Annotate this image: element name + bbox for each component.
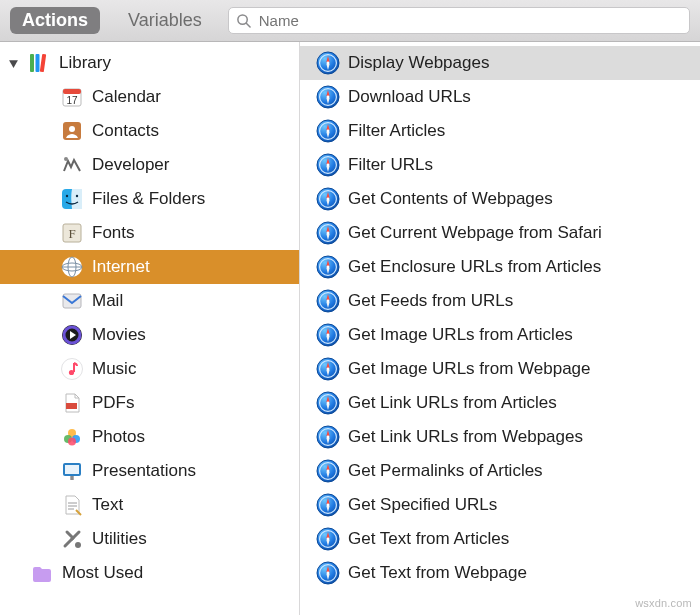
mail-icon <box>60 289 84 313</box>
sidebar-item-files[interactable]: Files & Folders <box>0 182 299 216</box>
safari-compass-icon <box>316 255 340 279</box>
sidebar-item-label: Files & Folders <box>92 189 205 209</box>
sidebar-item-internet[interactable]: Internet <box>0 250 299 284</box>
calendar-icon <box>60 85 84 109</box>
pdfs-icon <box>60 391 84 415</box>
action-item-label: Get Image URLs from Articles <box>348 325 573 345</box>
library-icon <box>27 51 51 75</box>
utilities-icon <box>60 527 84 551</box>
action-item-label: Get Permalinks of Articles <box>348 461 543 481</box>
action-item-label: Get Image URLs from Webpage <box>348 359 591 379</box>
action-item[interactable]: Get Permalinks of Articles <box>300 454 700 488</box>
sidebar-item-utilities[interactable]: Utilities <box>0 522 299 556</box>
sidebar-item-label: Developer <box>92 155 170 175</box>
action-item[interactable]: Get Image URLs from Webpage <box>300 352 700 386</box>
safari-compass-icon <box>316 289 340 313</box>
sidebar-item-label: Fonts <box>92 223 135 243</box>
action-item[interactable]: Get Text from Articles <box>300 522 700 556</box>
sidebar-item-music[interactable]: Music <box>0 352 299 386</box>
action-item[interactable]: Get Image URLs from Articles <box>300 318 700 352</box>
search-icon <box>236 13 251 28</box>
action-item-label: Get Current Webpage from Safari <box>348 223 602 243</box>
sidebar-item-label: Presentations <box>92 461 196 481</box>
action-item-label: Display Webpages <box>348 53 489 73</box>
sidebar-item-calendar[interactable]: Calendar <box>0 80 299 114</box>
safari-compass-icon <box>316 493 340 517</box>
sidebar-most-used-label: Most Used <box>62 563 143 583</box>
safari-compass-icon <box>316 221 340 245</box>
action-item-label: Get Text from Articles <box>348 529 509 549</box>
tab-actions[interactable]: Actions <box>10 7 100 34</box>
search-field[interactable] <box>228 7 690 34</box>
action-item-label: Get Link URLs from Webpages <box>348 427 583 447</box>
action-item[interactable]: Get Specified URLs <box>300 488 700 522</box>
action-item[interactable]: Filter URLs <box>300 148 700 182</box>
fonts-icon <box>60 221 84 245</box>
sidebar-item-movies[interactable]: Movies <box>0 318 299 352</box>
sidebar-item-text[interactable]: Text <box>0 488 299 522</box>
music-icon <box>60 357 84 381</box>
sidebar-most-used[interactable]: Most Used <box>0 556 299 590</box>
action-item[interactable]: Download URLs <box>300 80 700 114</box>
action-item-label: Get Specified URLs <box>348 495 497 515</box>
action-item[interactable]: Get Feeds from URLs <box>300 284 700 318</box>
sidebar: Library Calendar Contacts Developer File… <box>0 42 300 615</box>
sidebar-item-pdfs[interactable]: PDFs <box>0 386 299 420</box>
safari-compass-icon <box>316 527 340 551</box>
action-item-label: Get Link URLs from Articles <box>348 393 557 413</box>
sidebar-item-label: Utilities <box>92 529 147 549</box>
tab-variables[interactable]: Variables <box>116 7 214 34</box>
safari-compass-icon <box>316 357 340 381</box>
search-input[interactable] <box>257 11 682 30</box>
sidebar-item-label: Calendar <box>92 87 161 107</box>
safari-compass-icon <box>316 51 340 75</box>
action-item-label: Get Enclosure URLs from Articles <box>348 257 601 277</box>
action-item[interactable]: Get Link URLs from Webpages <box>300 420 700 454</box>
watermark: wsxdn.com <box>635 597 692 609</box>
sidebar-item-label: Contacts <box>92 121 159 141</box>
sidebar-item-label: Text <box>92 495 123 515</box>
sidebar-item-label: Music <box>92 359 136 379</box>
photos-icon <box>60 425 84 449</box>
toolbar: Actions Variables <box>0 0 700 42</box>
action-item[interactable]: Get Contents of Webpages <box>300 182 700 216</box>
action-item-label: Download URLs <box>348 87 471 107</box>
svg-line-46 <box>246 23 250 27</box>
developer-icon <box>60 153 84 177</box>
action-item[interactable]: Get Enclosure URLs from Articles <box>300 250 700 284</box>
action-item-label: Get Contents of Webpages <box>348 189 553 209</box>
sidebar-item-label: PDFs <box>92 393 135 413</box>
action-item[interactable]: Filter Articles <box>300 114 700 148</box>
sidebar-item-developer[interactable]: Developer <box>0 148 299 182</box>
action-item-label: Get Text from Webpage <box>348 563 527 583</box>
safari-compass-icon <box>316 323 340 347</box>
sidebar-library[interactable]: Library <box>0 46 299 80</box>
safari-compass-icon <box>316 187 340 211</box>
action-item[interactable]: Get Link URLs from Articles <box>300 386 700 420</box>
sidebar-item-label: Photos <box>92 427 145 447</box>
safari-compass-icon <box>316 153 340 177</box>
action-item-label: Filter URLs <box>348 155 433 175</box>
action-item[interactable]: Display Webpages <box>300 46 700 80</box>
presentations-icon <box>60 459 84 483</box>
safari-compass-icon <box>316 391 340 415</box>
disclosure-triangle-icon[interactable] <box>8 58 19 69</box>
sidebar-item-contacts[interactable]: Contacts <box>0 114 299 148</box>
action-item[interactable]: Get Current Webpage from Safari <box>300 216 700 250</box>
sidebar-item-label: Movies <box>92 325 146 345</box>
movies-icon <box>60 323 84 347</box>
action-item-label: Filter Articles <box>348 121 445 141</box>
sidebar-item-mail[interactable]: Mail <box>0 284 299 318</box>
safari-compass-icon <box>316 85 340 109</box>
svg-marker-47 <box>9 60 18 68</box>
sidebar-item-label: Mail <box>92 291 123 311</box>
action-item-label: Get Feeds from URLs <box>348 291 513 311</box>
internet-icon <box>60 255 84 279</box>
safari-compass-icon <box>316 459 340 483</box>
sidebar-item-photos[interactable]: Photos <box>0 420 299 454</box>
sidebar-item-presentations[interactable]: Presentations <box>0 454 299 488</box>
sidebar-item-fonts[interactable]: Fonts <box>0 216 299 250</box>
content-split: Library Calendar Contacts Developer File… <box>0 42 700 615</box>
safari-compass-icon <box>316 119 340 143</box>
action-item[interactable]: Get Text from Webpage <box>300 556 700 590</box>
